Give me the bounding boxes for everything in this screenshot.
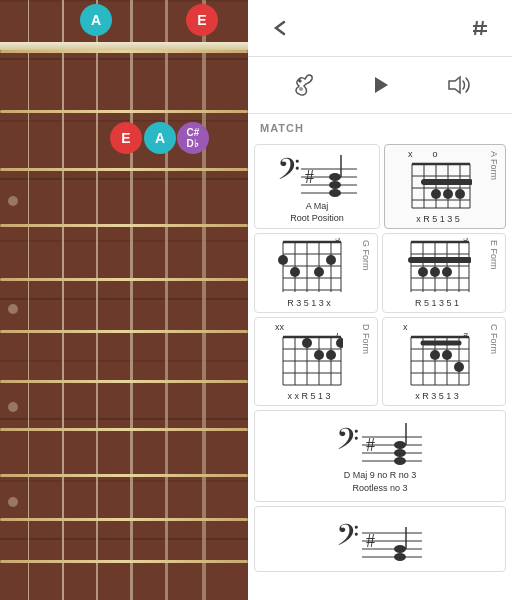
svg-point-45: [290, 267, 300, 277]
svg-point-112: [394, 553, 406, 561]
name-d-form: x x R 5 1 3: [287, 391, 330, 401]
label-d-maj-9: D Maj 9 no R no 3Rootless no 3: [344, 469, 417, 494]
fret-marker-7: [8, 402, 18, 412]
note-a-open[interactable]: A: [80, 4, 112, 36]
note-a-fret[interactable]: A: [144, 122, 176, 154]
form-c-form: C Form: [487, 322, 501, 401]
fret-marker-9: [8, 497, 18, 507]
chord-name-a-form: x R 5 1 3 5: [416, 214, 460, 224]
svg-text:#: #: [305, 167, 314, 187]
svg-text:𝄢: 𝄢: [336, 423, 359, 463]
svg-point-94: [442, 350, 452, 360]
form-d-form: D Form: [359, 322, 373, 401]
notation-label-root-position: A MajRoot Position: [290, 201, 344, 224]
chords-container: 𝄢 # A MajRoot Position xo: [248, 144, 512, 580]
svg-point-30: [443, 189, 453, 199]
fret-marker-3: [8, 196, 18, 206]
svg-point-63: [442, 267, 452, 277]
hash-button[interactable]: [464, 12, 496, 44]
svg-point-103: [394, 449, 406, 457]
match-label: MATCH: [260, 122, 500, 134]
chord-card-bottom[interactable]: 𝄢 #: [254, 506, 506, 572]
svg-point-62: [430, 267, 440, 277]
diagram-c-form: x 9 x R 3 5 1 3: [387, 322, 487, 401]
form-chord-e-form: E Form: [487, 238, 501, 308]
svg-text:5: 5: [463, 238, 468, 243]
chord-card-root-position[interactable]: 𝄢 # A MajRoot Position: [254, 144, 380, 229]
volume-button[interactable]: [439, 67, 475, 103]
chord-row-1: 𝄢 # A MajRoot Position xo: [254, 144, 506, 229]
top-navigation: [248, 0, 512, 57]
chord-card-a-form[interactable]: xo x R 5 1 3 5: [384, 144, 506, 229]
chord-form-label-a-form: A Form: [487, 149, 501, 224]
svg-text:#: #: [366, 435, 375, 455]
name-chord-e-form: R 5 1 3 5 1: [415, 298, 459, 308]
svg-point-14: [329, 181, 341, 189]
svg-point-78: [326, 350, 336, 360]
svg-text:9: 9: [463, 333, 468, 338]
svg-point-29: [431, 189, 441, 199]
svg-marker-6: [449, 77, 460, 93]
svg-point-102: [394, 457, 406, 465]
back-button[interactable]: [264, 12, 296, 44]
diagram-d-form: xx 7 x x R 5 1 3: [259, 322, 359, 401]
form-chord-g-form: G Form: [359, 238, 373, 308]
svg-text:#: #: [366, 531, 375, 551]
svg-line-0: [475, 21, 477, 35]
chord-svg-d-form: 7: [275, 333, 343, 391]
svg-text:𝄢: 𝄢: [277, 153, 300, 193]
chord-g-form[interactable]: 5 R 3 5 1 3 x G Form: [254, 233, 378, 313]
chord-svg-a-form: [404, 160, 472, 214]
svg-text:7: 7: [335, 333, 340, 338]
svg-point-95: [454, 362, 464, 372]
svg-point-61: [418, 267, 428, 277]
svg-point-104: [394, 441, 406, 449]
svg-point-113: [394, 545, 406, 553]
svg-text:𝄢: 𝄢: [336, 519, 359, 559]
svg-text:5: 5: [335, 238, 340, 243]
svg-point-15: [329, 173, 341, 181]
note-csharp-fret[interactable]: C#D♭: [177, 122, 209, 154]
note-e-open[interactable]: E: [186, 4, 218, 36]
svg-point-4: [299, 87, 303, 91]
chord-svg-c-form: 9: [403, 333, 471, 391]
notation-row: 𝄢 # D Maj 9 no R no 3Rootless no 3 𝄢 #: [254, 410, 506, 571]
chord-row-2: 5 R 3 5 1 3 x G Form 5: [254, 233, 506, 313]
chord-e-form[interactable]: 5 R 5 1 3 5 1 E Form: [382, 233, 506, 313]
svg-point-44: [278, 255, 288, 265]
chord-card-c-form[interactable]: x 9 x R 3 5 1 3 C Form: [382, 317, 506, 406]
svg-point-13: [329, 189, 341, 197]
diagram-chord-g-form: 5 R 3 5 1 3 x: [259, 238, 359, 308]
notation-svg-d-maj-9: 𝄢 #: [334, 417, 426, 469]
fret-lines: [0, 0, 248, 600]
play-button[interactable]: [362, 67, 398, 103]
chord-card-d-form[interactable]: xx 7 x x R 5 1 3 D Form: [254, 317, 378, 406]
controls-row: [248, 57, 512, 114]
svg-point-93: [430, 350, 440, 360]
svg-point-31: [455, 189, 465, 199]
notation-svg-bottom: 𝄢 #: [334, 513, 426, 565]
match-section: MATCH: [248, 114, 512, 144]
guitar-nut: [0, 42, 248, 50]
chord-svg-g-form: 5: [275, 238, 343, 298]
fretboard-panel: A E E A C#D♭: [0, 0, 248, 600]
svg-point-79: [336, 338, 343, 348]
chord-diagram-a-form: xo x R 5 1 3 5: [389, 149, 487, 224]
svg-point-46: [314, 267, 324, 277]
svg-point-47: [326, 255, 336, 265]
notation-svg-root-position: 𝄢 #: [273, 149, 361, 201]
fret-marker-5: [8, 304, 18, 314]
chord-svg-e-form: 5: [403, 238, 471, 298]
diagram-chord-e-form: 5 R 5 1 3 5 1: [387, 238, 487, 308]
svg-point-76: [302, 338, 312, 348]
chord-card-d-maj-9[interactable]: 𝄢 # D Maj 9 no R no 3Rootless no 3: [254, 410, 506, 501]
svg-line-1: [481, 21, 483, 35]
name-c-form: x R 3 5 1 3: [415, 391, 459, 401]
guitar-icon-button[interactable]: [285, 67, 321, 103]
right-panel: MATCH 𝄢 # A MajRoot Position xo: [248, 0, 512, 600]
chord-row-3: xx 7 x x R 5 1 3 D Form: [254, 317, 506, 406]
svg-point-77: [314, 350, 324, 360]
note-e-fret[interactable]: E: [110, 122, 142, 154]
svg-marker-5: [375, 77, 388, 93]
name-chord-g-form: R 3 5 1 3 x: [287, 298, 331, 308]
